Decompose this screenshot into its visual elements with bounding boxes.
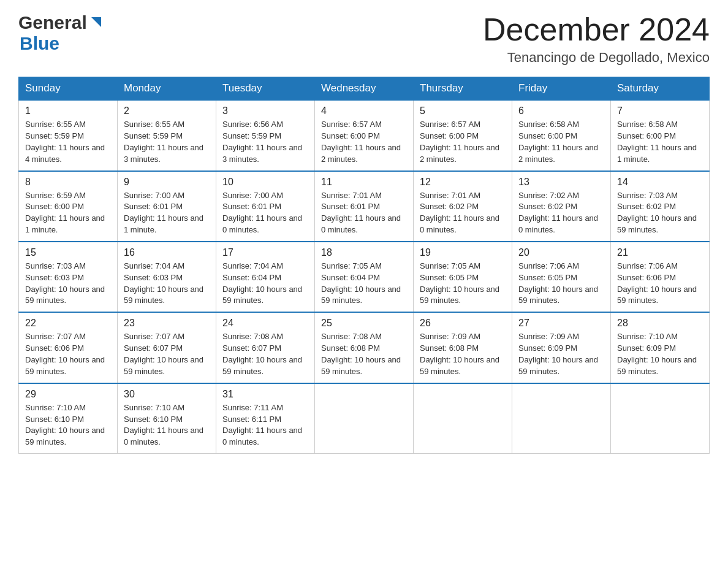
logo-blue-text: Blue [20,33,59,53]
day-info: Sunrise: 7:10 AMSunset: 6:10 PMDaylight:… [124,402,210,448]
day-number: 2 [124,105,210,117]
day-info: Sunrise: 7:05 AMSunset: 6:04 PMDaylight:… [321,261,407,307]
day-info: Sunrise: 7:10 AMSunset: 6:09 PMDaylight:… [617,331,703,377]
calendar-cell: 23Sunrise: 7:07 AMSunset: 6:07 PMDayligh… [118,312,216,383]
day-info: Sunrise: 6:59 AMSunset: 6:00 PMDaylight:… [25,190,111,236]
day-number: 9 [124,177,210,188]
day-info: Sunrise: 7:04 AMSunset: 6:04 PMDaylight:… [222,261,308,307]
calendar-cell: 13Sunrise: 7:02 AMSunset: 6:02 PMDayligh… [512,171,611,242]
calendar-cell: 6Sunrise: 6:58 AMSunset: 6:00 PMDaylight… [512,100,611,170]
calendar-cell: 19Sunrise: 7:05 AMSunset: 6:05 PMDayligh… [414,242,512,312]
day-info: Sunrise: 7:01 AMSunset: 6:02 PMDaylight:… [420,190,506,236]
day-info: Sunrise: 7:08 AMSunset: 6:08 PMDaylight:… [321,331,407,377]
day-number: 19 [420,247,506,258]
calendar-cell: 29Sunrise: 7:10 AMSunset: 6:10 PMDayligh… [19,383,118,454]
day-number: 7 [617,105,703,117]
weekday-header-monday: Monday [118,77,216,101]
calendar-cell [512,383,611,454]
location-subtitle: Tenancingo de Degollado, Mexico [483,50,710,66]
calendar-cell: 5Sunrise: 6:57 AMSunset: 6:00 PMDaylight… [414,100,512,170]
day-info: Sunrise: 7:08 AMSunset: 6:07 PMDaylight:… [222,331,308,377]
calendar-cell: 1Sunrise: 6:55 AMSunset: 5:59 PMDaylight… [19,100,118,170]
day-number: 24 [222,318,308,329]
day-info: Sunrise: 7:05 AMSunset: 6:05 PMDaylight:… [420,261,506,307]
day-info: Sunrise: 7:00 AMSunset: 6:01 PMDaylight:… [222,190,308,236]
calendar-cell: 27Sunrise: 7:09 AMSunset: 6:09 PMDayligh… [512,312,611,383]
day-number: 29 [25,389,111,400]
day-number: 6 [518,105,604,117]
day-info: Sunrise: 7:07 AMSunset: 6:06 PMDaylight:… [25,331,111,377]
day-info: Sunrise: 6:56 AMSunset: 5:59 PMDaylight:… [222,119,308,165]
weekday-header-wednesday: Wednesday [315,77,414,101]
day-number: 4 [321,105,407,117]
day-info: Sunrise: 7:07 AMSunset: 6:07 PMDaylight:… [124,331,210,377]
day-number: 3 [222,105,308,117]
day-info: Sunrise: 7:06 AMSunset: 6:06 PMDaylight:… [617,261,703,307]
day-number: 10 [222,177,308,188]
calendar-week-row: 29Sunrise: 7:10 AMSunset: 6:10 PMDayligh… [19,383,710,454]
day-info: Sunrise: 7:10 AMSunset: 6:10 PMDaylight:… [25,402,111,448]
logo: General Blue [18,12,102,54]
day-number: 28 [617,318,703,329]
calendar-cell: 16Sunrise: 7:04 AMSunset: 6:03 PMDayligh… [118,242,216,312]
day-info: Sunrise: 7:09 AMSunset: 6:08 PMDaylight:… [420,331,506,377]
weekday-header-row: SundayMondayTuesdayWednesdayThursdayFrid… [19,77,710,101]
day-number: 23 [124,318,210,329]
day-number: 1 [25,105,111,117]
calendar-cell: 4Sunrise: 6:57 AMSunset: 6:00 PMDaylight… [315,100,414,170]
day-info: Sunrise: 6:57 AMSunset: 6:00 PMDaylight:… [321,119,407,165]
calendar-cell: 15Sunrise: 7:03 AMSunset: 6:03 PMDayligh… [19,242,118,312]
day-info: Sunrise: 7:09 AMSunset: 6:09 PMDaylight:… [518,331,604,377]
day-info: Sunrise: 7:04 AMSunset: 6:03 PMDaylight:… [124,261,210,307]
day-number: 14 [617,177,703,188]
calendar-cell: 18Sunrise: 7:05 AMSunset: 6:04 PMDayligh… [315,242,414,312]
day-number: 21 [617,247,703,258]
day-info: Sunrise: 6:57 AMSunset: 6:00 PMDaylight:… [420,119,506,165]
calendar-cell: 12Sunrise: 7:01 AMSunset: 6:02 PMDayligh… [414,171,512,242]
calendar-cell: 31Sunrise: 7:11 AMSunset: 6:11 PMDayligh… [216,383,315,454]
weekday-header-friday: Friday [512,77,611,101]
calendar-cell [315,383,414,454]
calendar-cell: 7Sunrise: 6:58 AMSunset: 6:00 PMDaylight… [611,100,710,170]
weekday-header-saturday: Saturday [611,77,710,101]
day-info: Sunrise: 7:03 AMSunset: 6:02 PMDaylight:… [617,190,703,236]
day-info: Sunrise: 6:58 AMSunset: 6:00 PMDaylight:… [617,119,703,165]
day-number: 12 [420,177,506,188]
day-number: 15 [25,247,111,258]
calendar-cell: 3Sunrise: 6:56 AMSunset: 5:59 PMDaylight… [216,100,315,170]
day-info: Sunrise: 7:06 AMSunset: 6:05 PMDaylight:… [518,261,604,307]
day-number: 22 [25,318,111,329]
calendar-cell: 22Sunrise: 7:07 AMSunset: 6:06 PMDayligh… [19,312,118,383]
day-number: 11 [321,177,407,188]
calendar-week-row: 22Sunrise: 7:07 AMSunset: 6:06 PMDayligh… [19,312,710,383]
calendar-table: SundayMondayTuesdayWednesdayThursdayFrid… [18,77,710,454]
calendar-cell: 17Sunrise: 7:04 AMSunset: 6:04 PMDayligh… [216,242,315,312]
calendar-cell [414,383,512,454]
calendar-cell: 30Sunrise: 7:10 AMSunset: 6:10 PMDayligh… [118,383,216,454]
day-info: Sunrise: 6:55 AMSunset: 5:59 PMDaylight:… [25,119,111,165]
day-number: 5 [420,105,506,117]
calendar-week-row: 15Sunrise: 7:03 AMSunset: 6:03 PMDayligh… [19,242,710,312]
calendar-cell: 25Sunrise: 7:08 AMSunset: 6:08 PMDayligh… [315,312,414,383]
calendar-cell: 10Sunrise: 7:00 AMSunset: 6:01 PMDayligh… [216,171,315,242]
month-title: December 2024 [483,12,710,47]
day-info: Sunrise: 7:03 AMSunset: 6:03 PMDaylight:… [25,261,111,307]
day-number: 20 [518,247,604,258]
calendar-cell: 24Sunrise: 7:08 AMSunset: 6:07 PMDayligh… [216,312,315,383]
calendar-cell: 14Sunrise: 7:03 AMSunset: 6:02 PMDayligh… [611,171,710,242]
calendar-cell: 26Sunrise: 7:09 AMSunset: 6:08 PMDayligh… [414,312,512,383]
day-number: 16 [124,247,210,258]
day-number: 18 [321,247,407,258]
day-number: 25 [321,318,407,329]
day-number: 27 [518,318,604,329]
calendar-cell [611,383,710,454]
day-info: Sunrise: 6:55 AMSunset: 5:59 PMDaylight:… [124,119,210,165]
calendar-cell: 8Sunrise: 6:59 AMSunset: 6:00 PMDaylight… [19,171,118,242]
weekday-header-thursday: Thursday [414,77,512,101]
day-number: 17 [222,247,308,258]
weekday-header-sunday: Sunday [19,77,118,101]
day-info: Sunrise: 7:00 AMSunset: 6:01 PMDaylight:… [124,190,210,236]
day-number: 30 [124,389,210,400]
title-block: December 2024 Tenancingo de Degollado, M… [483,12,710,66]
calendar-cell: 28Sunrise: 7:10 AMSunset: 6:09 PMDayligh… [611,312,710,383]
